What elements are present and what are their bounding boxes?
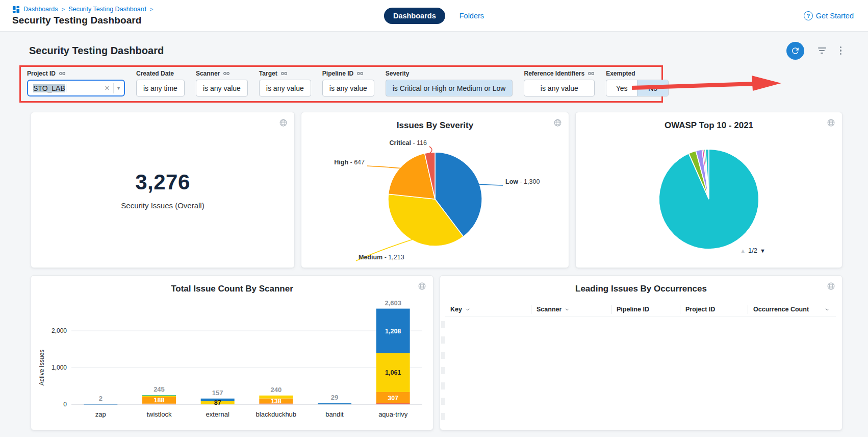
pie-callout-label-high: High - 647 — [334, 159, 365, 166]
bar-aqua-trivy-red[interactable] — [376, 403, 410, 404]
header-tabs: DashboardsFolders — [384, 8, 484, 24]
bar-zap-blue[interactable] — [84, 404, 117, 405]
column-header-key[interactable]: Key — [445, 305, 531, 314]
filter-label: Project ID — [27, 70, 125, 77]
breadcrumb-item-security-testing-dashboard[interactable]: Security Testing Dashboard — [68, 6, 146, 13]
chevron-down-icon[interactable] — [564, 306, 571, 313]
chevron-down-icon[interactable] — [824, 306, 831, 313]
filter-reference-identifiers: Reference Identifiersis any value — [524, 70, 595, 96]
help-icon: ? — [804, 11, 813, 20]
severity-value-button[interactable]: is Critical or High or Medium or Low — [386, 80, 513, 96]
filter-label: Created Date — [136, 70, 185, 77]
severity-chart-title: Issues By Severity — [317, 120, 553, 131]
card-owasp-top-10: OWASP Top 10 - 2021 ▲ 1/2 ▼ — [575, 112, 843, 268]
occurrences-table-body — [440, 317, 842, 437]
scanner-value-button[interactable]: is any value — [196, 80, 248, 96]
svg-text:138: 138 — [271, 398, 282, 405]
get-started-label: Get Started — [816, 12, 854, 20]
globe-icon[interactable] — [553, 118, 562, 127]
bar-category-label: external — [206, 410, 229, 418]
dashboard-toolbar: Security Testing Dashboard — [29, 43, 841, 58]
bar-category-label: twistlock — [146, 410, 172, 418]
filter-exempted: ExemptedYesNo — [606, 70, 669, 96]
clear-icon[interactable]: × — [105, 84, 110, 92]
link-icon — [223, 70, 230, 77]
refresh-button[interactable] — [786, 42, 804, 60]
filter-target: Targetis any value — [259, 70, 311, 96]
tab-dashboards[interactable]: Dashboards — [384, 8, 445, 24]
scanner-bar-chart: 01,0002,000Active Issues2zap188245twistl… — [36, 296, 428, 424]
filter-label: Scanner — [196, 70, 248, 77]
link-icon — [588, 70, 595, 77]
svg-text:2,000: 2,000 — [52, 327, 67, 334]
pie-callout-label-medium: Medium - 1,213 — [359, 254, 404, 261]
scanner-chart-title: Total Issue Count By Scanner — [46, 284, 418, 294]
exempted-toggle: YesNo — [606, 80, 669, 96]
card-issue-count-by-scanner: Total Issue Count By Scanner 01,0002,000… — [31, 275, 433, 430]
globe-icon[interactable] — [827, 118, 835, 127]
project-id-input[interactable]: STO_LAB×▾ — [27, 80, 125, 96]
svg-text:0: 0 — [63, 401, 67, 408]
filter-bar: Project IDSTO_LAB×▾Created Dateis any ti… — [19, 65, 663, 103]
breadcrumb-separator: > — [150, 6, 154, 12]
input-value: STO_LAB — [33, 84, 65, 92]
column-header-project-id[interactable]: Project ID — [680, 305, 748, 314]
total-issues-label: Security Issues (Overall) — [121, 201, 204, 210]
filter-severity: Severityis Critical or High or Medium or… — [386, 70, 513, 96]
empty-row-stripes — [441, 321, 445, 421]
more-options-icon[interactable] — [840, 46, 842, 55]
reference-identifiers-value-button[interactable]: is any value — [524, 80, 595, 96]
pipeline-id-value-button[interactable]: is any value — [322, 80, 374, 96]
bar-category-label: blackduckhub — [256, 410, 297, 418]
globe-icon[interactable] — [827, 282, 835, 290]
filter-label: Reference Identifiers — [524, 70, 595, 77]
link-icon — [59, 70, 66, 77]
card-issues-by-severity: Issues By Severity Low - 1,300Medium - 1… — [301, 112, 569, 268]
target-value-button[interactable]: is any value — [259, 80, 311, 96]
bar-total-label: 2 — [99, 395, 103, 402]
page-up-icon[interactable]: ▲ — [740, 248, 746, 254]
total-issues-stat: 3,276 Security Issues (Overall) — [31, 112, 294, 268]
column-header-scanner[interactable]: Scanner — [531, 305, 611, 314]
filter-icon[interactable] — [818, 47, 827, 54]
column-header-pipeline-id[interactable]: Pipeline ID — [611, 305, 680, 314]
y-axis-label: Active Issues — [38, 350, 45, 386]
globe-icon[interactable] — [418, 282, 426, 290]
filter-project-id: Project IDSTO_LAB×▾ — [27, 70, 125, 96]
column-header-occurrence-count[interactable]: Occurrence Count — [748, 305, 836, 314]
top-header: Dashboards>Security Testing Dashboard> S… — [0, 0, 868, 32]
bar-total-label: 245 — [154, 385, 165, 393]
breadcrumb-item-dashboards[interactable]: Dashboards — [23, 6, 58, 13]
dashboards-grid-icon — [12, 6, 20, 13]
owasp-pie-chart — [576, 133, 842, 258]
bar-twistlock-green[interactable] — [142, 395, 176, 396]
filter-label: Target — [259, 70, 311, 77]
breadcrumb: Dashboards>Security Testing Dashboard> — [12, 6, 153, 13]
svg-text:1,208: 1,208 — [385, 328, 401, 335]
bar-category-label: aqua-trivy — [378, 410, 408, 418]
header-left: Dashboards>Security Testing Dashboard> S… — [12, 6, 153, 26]
input-divider — [113, 83, 114, 93]
svg-text:188: 188 — [154, 397, 165, 404]
option-yes[interactable]: Yes — [606, 80, 637, 96]
created-date-value-button[interactable]: is any time — [136, 80, 185, 96]
dropdown-caret-icon[interactable]: ▾ — [117, 85, 120, 91]
get-started-link[interactable]: ? Get Started — [804, 11, 854, 20]
bar-total-label: 2,603 — [385, 299, 401, 307]
filter-label: Exempted — [606, 70, 669, 77]
dashboard-main: Security Testing Dashboard Project IDSTO… — [0, 32, 868, 430]
tab-folders[interactable]: Folders — [459, 12, 484, 20]
page-title: Security Testing Dashboard — [12, 15, 153, 26]
card-leading-issues: Leading Issues By Occurrences KeyScanner… — [440, 275, 843, 430]
chevron-down-icon[interactable] — [464, 306, 471, 313]
bar-total-label: 240 — [270, 386, 282, 394]
bar-category-label: zap — [95, 410, 106, 418]
bar-bandit-blue[interactable] — [318, 403, 351, 404]
link-icon — [280, 70, 288, 77]
svg-text:307: 307 — [388, 395, 398, 402]
occurrences-table-header: KeyScannerPipeline IDProject IDOccurrenc… — [445, 302, 836, 317]
card-total-issues: 3,276 Security Issues (Overall) — [31, 112, 295, 268]
page-down-icon[interactable]: ▼ — [760, 248, 765, 254]
option-no[interactable]: No — [637, 80, 668, 96]
page-indicator: 1/2 — [748, 247, 757, 254]
